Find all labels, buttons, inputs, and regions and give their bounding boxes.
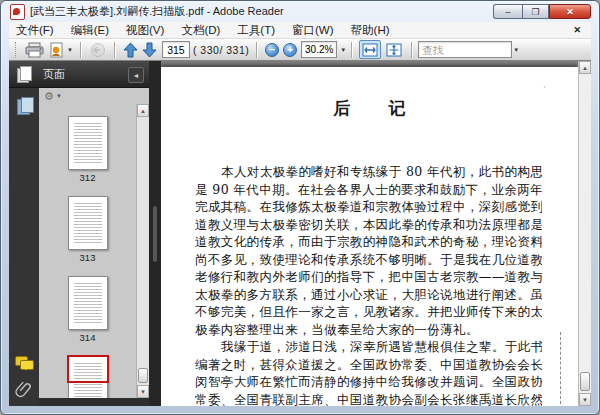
text-line: 尚不多见，致使理论和传承系统不够明晰。于是我在几位道教 [195, 251, 542, 269]
window-title: [武当三丰太极拳].刘嗣传.扫描版.pdf - Adobe Reader [30, 4, 284, 19]
menu-window[interactable]: 窗口(W) [292, 23, 334, 38]
menu-tools[interactable]: 工具(T) [237, 23, 275, 38]
text-line: 编著之时，甚得众道援之。全国政协常委、中国道教协会会长 [195, 356, 542, 374]
thumbnail-page-314[interactable]: 314 [68, 276, 108, 343]
thumbnail-page-313[interactable]: 313 [68, 196, 108, 263]
pages-panel-icon[interactable] [17, 66, 31, 82]
pdf-file-icon [10, 4, 25, 20]
zoom-in-button[interactable]: + [283, 43, 297, 57]
thumbnail-scrollbar-thumb[interactable] [138, 368, 148, 383]
close-button[interactable]: ✕ [549, 4, 591, 19]
thumbnail-image [68, 276, 108, 330]
menu-help[interactable]: 帮助(H) [351, 23, 390, 38]
zoom-level-box[interactable]: 30.2% [301, 41, 337, 58]
heading-char-1: 后 [334, 98, 351, 118]
print-button[interactable] [23, 40, 46, 60]
send-collaborate-button[interactable]: ▼ [46, 40, 75, 60]
maximize-button[interactable]: ❐ [522, 4, 549, 19]
scroll-down-icon[interactable]: ▼ [137, 385, 149, 398]
document-scrollbar-thumb[interactable] [580, 372, 590, 391]
menu-bar: 文件(F) 编辑(E) 视图(V) 文档(D) 工具(T) 窗口(W) 帮助(H… [9, 22, 591, 39]
plus-icon: + [287, 45, 293, 55]
fit-page-button[interactable] [383, 40, 405, 59]
previous-page-button[interactable] [121, 40, 140, 60]
send-document-icon [48, 42, 66, 58]
minimize-icon: – [505, 7, 510, 17]
adobe-reader-window: [武当三丰太极拳].刘嗣传.扫描版.pdf - Adobe Reader – ❐… [0, 0, 600, 415]
text-line: 闵智亭大师在繁忙而清静的修持中给我修改并题词。全国政协 [195, 373, 542, 391]
document-view: ˋ 后记 本人对太极拳的嗜好和专练缘于 80 年代初，此书的构思 是 90 年代… [161, 61, 591, 406]
close-document-icon[interactable]: ✕ [573, 25, 581, 35]
thumbnail-scrollbar[interactable]: ▲ ▼ [136, 104, 149, 398]
toolbar-separator [256, 42, 258, 58]
fit-page-icon [386, 43, 402, 57]
scroll-up-icon[interactable]: ▲ [579, 61, 591, 74]
thumbnail-label: 312 [80, 172, 96, 183]
menu-edit[interactable]: 编辑(E) [71, 23, 109, 38]
gear-caret-icon[interactable]: ▼ [56, 93, 62, 99]
page-heading: 后记 [161, 97, 578, 120]
toolbar-separator [351, 42, 353, 58]
page-thumbnails-panel: ⚙ ▼ 312 313 314 [39, 88, 149, 398]
arrow-up-icon [123, 42, 138, 58]
document-scrollbar[interactable]: ▲ ▼ [578, 61, 591, 406]
find-caret-icon[interactable]: ▼ [513, 47, 519, 53]
current-view-indicator[interactable] [67, 355, 109, 383]
pdf-page[interactable]: ˋ 后记 本人对太极拳的嗜好和专练缘于 80 年代初，此书的构思 是 90 年代… [161, 67, 578, 406]
toolbar-separator [411, 42, 413, 58]
scan-artifact: ˋ [543, 85, 546, 95]
text-line: 不够完美，但且作一家之言，见教诸家。并把业师传下来的太 [195, 303, 542, 321]
zoom-out-button[interactable]: − [265, 43, 279, 57]
text-line: 太极拳的多方联系，通过小心求证，大胆论说地进行阐述。虽 [195, 286, 542, 304]
scroll-up-icon[interactable]: ▲ [137, 104, 149, 117]
toolbar: ▼ ( 330/ 331) − + 30.2% ▼ [9, 39, 591, 61]
menu-view[interactable]: 视图(V) [126, 23, 164, 38]
next-page-button[interactable] [140, 40, 159, 60]
text-line: 完成其稿。在我修炼太极拳道和宗教体验过程中，深刻感觉到 [195, 198, 542, 216]
text-line: 是 90 年代中期。在社会各界人士的要求和鼓励下，业余两年 [195, 181, 542, 199]
minimize-button[interactable]: – [493, 4, 522, 19]
text-line: 我缘于道，涉道日浅，深幸所遇皆慧根俱佳之辈。于此书 [195, 338, 542, 356]
thumbnail-label: 314 [80, 332, 96, 343]
menu-file[interactable]: 文件(F) [16, 23, 54, 38]
thumbnail-page-315-current[interactable]: 315 [68, 356, 108, 398]
text-line: 道教文化的传承，而由于宗教的神隐和武术的奇秘，理论资料 [195, 233, 542, 251]
printer-icon [25, 42, 44, 58]
splitter-handle[interactable] [153, 206, 157, 262]
gear-icon[interactable]: ⚙ [44, 91, 54, 102]
arrow-down-icon [142, 42, 157, 58]
previous-view-button [87, 40, 109, 60]
pages-panel-title: 页面 [43, 67, 65, 82]
toolbar-separator [114, 42, 116, 58]
toolbar-grip [15, 42, 19, 58]
collapse-pane-button[interactable]: ◄ [128, 67, 144, 83]
scroll-down-icon[interactable]: ▼ [579, 393, 591, 406]
fit-width-button[interactable] [359, 40, 381, 59]
scan-fold-mark [560, 332, 561, 404]
thumbnail-image [68, 356, 108, 398]
text-line: 极拳内容整理出来，当做奉呈给大家的一份薄礼。 [195, 321, 542, 339]
close-icon: ✕ [566, 7, 574, 17]
page-body-text: 本人对太极拳的嗜好和专练缘于 80 年代初，此书的构思 是 90 年代中期。在社… [195, 163, 542, 406]
attachments-panel-icon[interactable] [15, 380, 33, 400]
page-number-input[interactable] [162, 41, 190, 58]
rail-bottom-icons [9, 356, 39, 400]
find-input[interactable] [418, 41, 512, 58]
fit-width-icon [362, 43, 378, 57]
thumbnail-page-312[interactable]: 312 [68, 116, 108, 183]
menu-document[interactable]: 文档(D) [181, 23, 220, 38]
thumbnail-list: 312 313 314 315 [39, 104, 136, 398]
previous-view-icon [89, 42, 107, 58]
text-line: 道教义理与太极拳密切关联，本因此拳的传承和功法原理都是 [195, 216, 542, 234]
pane-splitter[interactable] [149, 61, 161, 406]
pages-panel-header: 页面 ◄ [9, 61, 149, 88]
navigation-pane: 页面 ◄ ⚙ ▼ [9, 61, 149, 406]
comments-panel-icon[interactable] [15, 356, 33, 370]
page-count-label: ( 330/ 331) [193, 44, 249, 56]
send-caret-icon: ▼ [67, 47, 73, 53]
bookmarks-panel-icon[interactable] [17, 97, 32, 114]
thumbnail-image [68, 116, 108, 170]
zoom-caret-icon[interactable]: ▼ [340, 47, 346, 53]
find-group: ▼ [418, 41, 519, 58]
thumbnail-image [68, 196, 108, 250]
